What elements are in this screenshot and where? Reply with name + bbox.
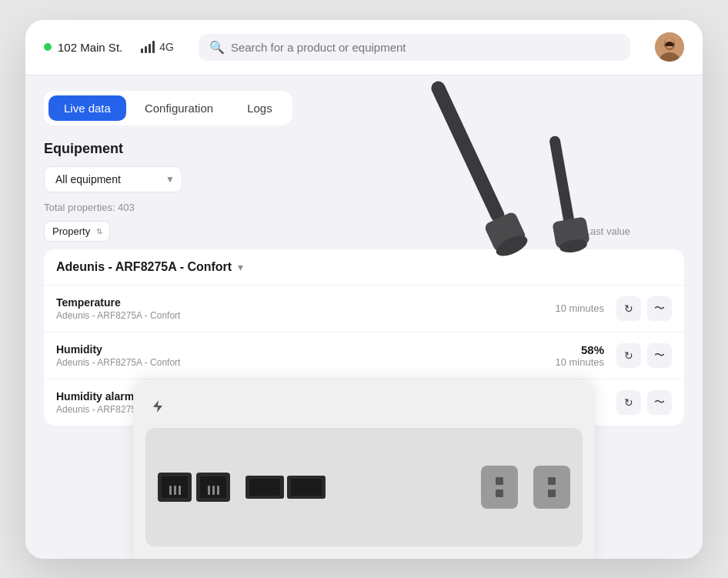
location-dot-icon bbox=[44, 43, 52, 51]
ethernet-port bbox=[196, 473, 230, 502]
outlet bbox=[481, 466, 518, 509]
usb-port bbox=[245, 476, 284, 499]
property-value-section: 10 minutes ↻ 〜 bbox=[555, 296, 672, 321]
signal-icon bbox=[141, 41, 155, 53]
device-group-title: Adeunis - ARF8275A - Confort bbox=[56, 260, 232, 274]
table-row: Humidity Adeunis - ARF8275A - Confort 58… bbox=[44, 332, 684, 379]
property-value: 58% 10 minutes bbox=[555, 343, 604, 368]
property-value-section: ↻ 〜 bbox=[604, 390, 672, 415]
chart-button[interactable]: 〜 bbox=[647, 296, 672, 321]
main-content: Live data Configuration Logs Equipement … bbox=[25, 75, 703, 559]
humidity-value: 58% bbox=[555, 343, 604, 356]
usb-ports bbox=[245, 476, 326, 499]
svg-marker-11 bbox=[153, 400, 162, 413]
refresh-button[interactable]: ↻ bbox=[616, 343, 641, 368]
chart-button[interactable]: 〜 bbox=[647, 343, 672, 368]
ethernet-port bbox=[158, 473, 192, 502]
property-filter-wrapper[interactable]: Property ⇅ bbox=[44, 221, 110, 242]
property-device: Adeunis - ARF8275A - Confort bbox=[56, 357, 555, 368]
power-strip-body bbox=[145, 428, 583, 546]
property-select[interactable]: Property bbox=[44, 221, 110, 242]
property-info-temperature: Temperature Adeunis - ARF8275A - Confort bbox=[56, 296, 555, 321]
refresh-button[interactable]: ↻ bbox=[616, 390, 641, 415]
signal-badge: 4G bbox=[141, 41, 174, 53]
outlet bbox=[533, 466, 570, 509]
tab-logs[interactable]: Logs bbox=[232, 95, 288, 121]
chevron-down-icon: ▾ bbox=[238, 261, 243, 273]
equipment-select-wrapper[interactable]: All equipment ▼ bbox=[44, 166, 182, 192]
signal-label: 4G bbox=[159, 41, 174, 53]
table-row: Temperature Adeunis - ARF8275A - Confort… bbox=[44, 286, 684, 332]
location-badge[interactable]: 102 Main St. bbox=[44, 41, 122, 54]
equipment-select[interactable]: All equipment bbox=[44, 166, 182, 192]
outlet-ports bbox=[481, 466, 570, 509]
refresh-button[interactable]: ↻ bbox=[616, 296, 641, 321]
property-value-section: 58% 10 minutes ↻ 〜 bbox=[555, 343, 672, 368]
search-input[interactable] bbox=[231, 41, 619, 54]
search-icon: 🔍 bbox=[209, 40, 225, 55]
avatar[interactable] bbox=[655, 32, 684, 62]
property-value: 10 minutes bbox=[555, 302, 604, 314]
ethernet-ports bbox=[158, 473, 230, 502]
tabs: Live data Configuration Logs bbox=[44, 91, 292, 125]
property-device: Adeunis - ARF8275A - Confort bbox=[56, 310, 555, 321]
avatar-image bbox=[655, 32, 684, 62]
equipment-filter: All equipment ▼ bbox=[44, 166, 684, 192]
property-name: Temperature bbox=[56, 296, 555, 309]
power-strip-header bbox=[145, 394, 583, 419]
property-name: Humidity bbox=[56, 343, 555, 356]
app-container: 102 Main St. 4G 🔍 bbox=[25, 20, 703, 559]
lightning-icon bbox=[145, 394, 170, 419]
property-info-humidity: Humidity Adeunis - ARF8275A - Confort bbox=[56, 343, 555, 368]
tab-live-data[interactable]: Live data bbox=[48, 95, 126, 121]
device-group-header[interactable]: Adeunis - ARF8275A - Confort ▾ bbox=[44, 249, 684, 286]
total-properties: Total properties: 403 bbox=[44, 202, 684, 213]
chart-button[interactable]: 〜 bbox=[647, 390, 672, 415]
section-title: Equipement bbox=[44, 141, 684, 157]
power-strip-overlay bbox=[133, 382, 595, 559]
search-bar[interactable]: 🔍 bbox=[199, 34, 630, 61]
tab-configuration[interactable]: Configuration bbox=[129, 95, 229, 121]
usb-port bbox=[287, 476, 326, 499]
time-ago: 10 minutes bbox=[555, 302, 604, 314]
header: 102 Main St. 4G 🔍 bbox=[25, 20, 703, 75]
time-ago: 10 minutes bbox=[555, 356, 604, 368]
last-value-header: Last value bbox=[585, 226, 630, 237]
location-label: 102 Main St. bbox=[58, 41, 122, 54]
